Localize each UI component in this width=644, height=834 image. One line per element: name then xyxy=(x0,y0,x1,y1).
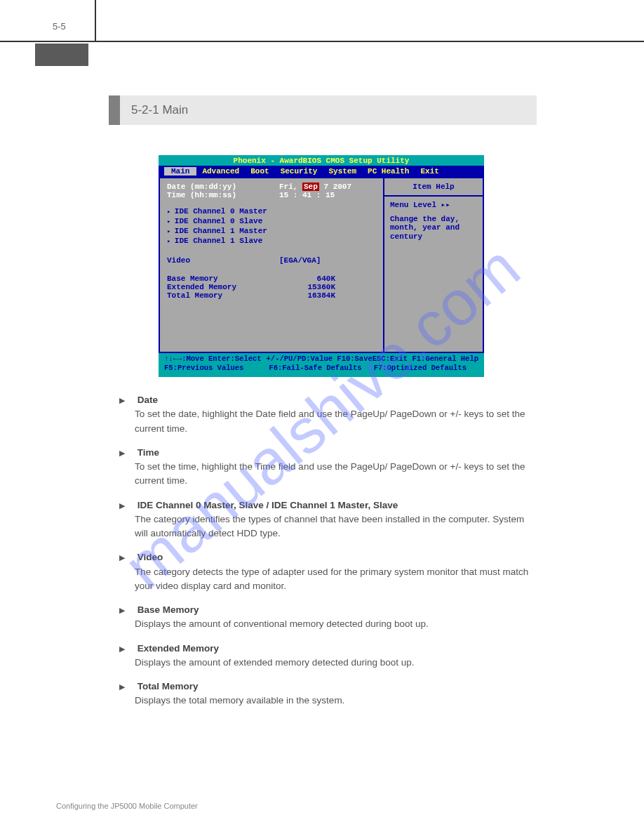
bios-ide-1-master[interactable]: IDE Channel 1 Master xyxy=(167,227,376,236)
bios-menu-level: Menu Level ▸▸ xyxy=(390,201,477,209)
bios-time-row[interactable]: Time (hh:mm:ss) 15 : 41 : 15 xyxy=(167,191,376,199)
bios-tab-advanced[interactable]: Advanced xyxy=(196,167,245,176)
desc-text: The category detects the type of adapter… xyxy=(119,565,533,594)
bios-ide-0-master[interactable]: IDE Channel 0 Master xyxy=(167,207,376,216)
description-list: ▶ Date To set the date, highlight the Da… xyxy=(119,393,533,718)
bullet-icon: ▶ xyxy=(119,447,135,459)
bios-date-value[interactable]: Fri, Sep 7 2007 xyxy=(279,183,351,191)
desc-text: To set the date, highlight the Date fiel… xyxy=(119,407,533,436)
page-footer: Configuring the JP5000 Mobile Computer xyxy=(56,802,198,810)
desc-label: Video xyxy=(137,552,163,562)
page-header: 5-5 xyxy=(0,0,644,42)
bios-tot-mem-row: Total Memory 16384K xyxy=(167,291,376,300)
bios-date-row[interactable]: Date (mm:dd:yy) Fri, Sep 7 2007 xyxy=(167,183,376,191)
desc-text: Displays the amount of extended memory d… xyxy=(119,656,533,670)
bios-tot-mem-label: Total Memory xyxy=(167,291,279,300)
section-title: 5-2-1 Main xyxy=(120,103,188,117)
bios-video-value[interactable]: [EGA/VGA] xyxy=(279,256,321,265)
bios-key-legend: ↑↓←→:Move Enter:Select +/-/PU/PD:Value F… xyxy=(159,353,484,375)
desc-text: To set the time, highlight the Time fiel… xyxy=(119,460,533,489)
bullet-icon: ▶ xyxy=(119,643,135,655)
header-divider xyxy=(95,0,96,42)
legend-value: +/-/PU/PD:Value F10:Save xyxy=(267,355,373,364)
desc-item-video: ▶ Video The category detects the type of… xyxy=(119,550,533,593)
bios-ide-0-slave[interactable]: IDE Channel 0 Slave xyxy=(167,217,376,226)
bios-help-text: Change the day, month, year and century xyxy=(390,215,477,240)
bios-ext-mem-row: Extended Memory 15360K xyxy=(167,283,376,291)
bios-body: Date (mm:dd:yy) Fri, Sep 7 2007 Time (hh… xyxy=(159,177,484,353)
legend-f6: F6:Fail-Safe Defaults xyxy=(269,364,373,373)
desc-text: Displays the total memory available in t… xyxy=(119,694,533,708)
legend-exit: ESC:Exit F1:General Help xyxy=(373,355,478,364)
desc-label: Extended Memory xyxy=(137,643,219,654)
bios-main-panel: Date (mm:dd:yy) Fri, Sep 7 2007 Time (hh… xyxy=(159,177,383,353)
desc-item-base-mem: ▶ Base Memory Displays the amount of con… xyxy=(119,603,533,632)
date-selected[interactable]: Sep xyxy=(302,183,319,191)
bios-screenshot: Phoenix - AwardBIOS CMOS Setup Utility M… xyxy=(159,155,484,377)
bios-tab-security[interactable]: Security xyxy=(275,167,323,176)
section-accent xyxy=(109,95,120,125)
bios-tab-main[interactable]: Main xyxy=(164,167,196,176)
bios-time-value[interactable]: 15 : 41 : 15 xyxy=(279,191,335,199)
bios-tab-system[interactable]: System xyxy=(323,167,362,176)
bios-base-mem-val: 640K xyxy=(279,274,335,283)
bios-menubar[interactable]: Main Advanced Boot Security System PC He… xyxy=(159,166,484,177)
desc-item-total-mem: ▶ Total Memory Displays the total memory… xyxy=(119,680,533,708)
bios-ext-mem-val: 15360K xyxy=(279,283,335,291)
bios-time-label: Time (hh:mm:ss) xyxy=(167,191,279,199)
date-prefix: Fri, xyxy=(279,183,302,191)
bullet-icon: ▶ xyxy=(119,681,135,693)
section-heading: 5-2-1 Main xyxy=(109,95,537,125)
legend-f7: F7:Optimized Defaults xyxy=(374,364,478,373)
bullet-icon: ▶ xyxy=(119,552,135,564)
bullet-icon: ▶ xyxy=(119,500,135,512)
bios-tot-mem-val: 16384K xyxy=(279,291,335,300)
desc-item-date: ▶ Date To set the date, highlight the Da… xyxy=(119,393,533,436)
bios-video-row[interactable]: Video [EGA/VGA] xyxy=(167,256,376,265)
desc-item-time: ▶ Time To set the time, highlight the Ti… xyxy=(119,446,533,489)
bios-help-title: Item Help xyxy=(384,178,483,197)
legend-move: ↑↓←→:Move Enter:Select xyxy=(164,355,267,364)
bios-video-label: Video xyxy=(167,256,279,265)
bios-base-mem-row: Base Memory 640K xyxy=(167,274,376,283)
bios-utility-title: Phoenix - AwardBIOS CMOS Setup Utility xyxy=(159,155,484,166)
bios-tab-boot[interactable]: Boot xyxy=(245,167,274,176)
desc-item-ext-mem: ▶ Extended Memory Displays the amount of… xyxy=(119,642,533,670)
desc-item-ide: ▶ IDE Channel 0 Master, Slave / IDE Chan… xyxy=(119,498,533,541)
bios-help-panel: Item Help Menu Level ▸▸ Change the day, … xyxy=(383,177,484,353)
desc-label: Base Memory xyxy=(137,604,199,615)
bios-tab-pchealth[interactable]: PC Health xyxy=(362,167,415,176)
chapter-block xyxy=(35,44,88,66)
date-suffix: 7 2007 xyxy=(319,183,351,191)
bios-base-mem-label: Base Memory xyxy=(167,274,279,283)
desc-label: Total Memory xyxy=(137,681,199,691)
desc-label: Date xyxy=(137,395,158,405)
bullet-icon: ▶ xyxy=(119,604,135,616)
bios-help-body: Menu Level ▸▸ Change the day, month, yea… xyxy=(384,197,483,244)
bios-date-label: Date (mm:dd:yy) xyxy=(167,183,279,191)
desc-text: The category identifies the types of cha… xyxy=(119,512,533,541)
desc-label: IDE Channel 0 Master, Slave / IDE Channe… xyxy=(137,500,398,510)
legend-f5: F5:Previous Values xyxy=(164,364,269,373)
bios-ide-1-slave[interactable]: IDE Channel 1 Slave xyxy=(167,237,376,246)
desc-label: Time xyxy=(137,447,159,458)
page-number: 5-5 xyxy=(53,21,66,32)
bios-tab-exit[interactable]: Exit xyxy=(415,167,444,176)
desc-text: Displays the amount of conventional memo… xyxy=(119,617,533,631)
bios-ext-mem-label: Extended Memory xyxy=(167,283,279,291)
bullet-icon: ▶ xyxy=(119,395,135,406)
